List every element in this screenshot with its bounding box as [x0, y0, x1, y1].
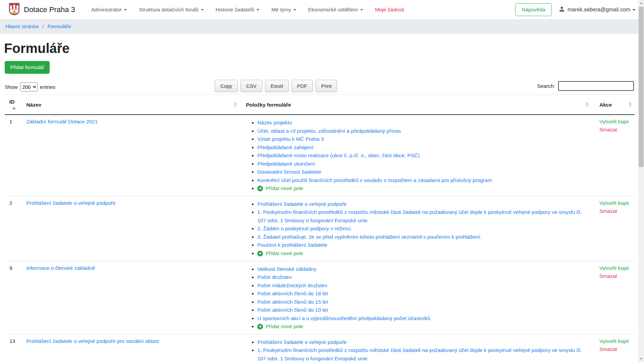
chevron-down-icon [201, 9, 204, 11]
brand[interactable]: Dotace Praha 3 [9, 3, 75, 17]
form-name-link[interactable]: Základní formulář Dotace 2021 [26, 119, 98, 124]
form-items-list: Název projektuÚčel, oblast a cíl projekt… [243, 119, 588, 193]
create-copy-link[interactable]: Vytvořit kopii [599, 338, 631, 344]
form-name-link[interactable]: Prohlášení žadatele o veřejné podpoře pr… [26, 338, 159, 344]
form-item: Vztah projektu k MČ Praha 3 [257, 135, 588, 143]
form-item-link[interactable]: Počet družstev [257, 274, 292, 280]
form-items-cell: Prohlášení žadatele o veřejné podpoře1. … [240, 334, 591, 362]
vertical-scrollbar[interactable]: ▲ ▼ [638, 0, 644, 362]
scroll-down-arrow-icon[interactable]: ▼ [638, 356, 644, 362]
form-item-link[interactable]: Velikost členské základny [257, 266, 316, 272]
copy-button[interactable]: Copy [215, 80, 238, 92]
form-row: 9Informace o členské základněVelikost čl… [5, 261, 635, 334]
form-item: Konkrétní účel použití finančních prostř… [257, 176, 588, 185]
form-items-cell: Prohlášení žadatele o veřejné podpoře1. … [240, 196, 591, 261]
add-field-item: +Přidat nové pole [257, 184, 588, 193]
form-item-link[interactable]: Název projektu [257, 120, 292, 125]
form-item-link[interactable]: Účel, oblast a cíl projektu, zdůvodnění … [257, 128, 401, 134]
plus-circle-icon: + [257, 251, 263, 256]
form-items-cell: Název projektuÚčel, oblast a cíl projekt… [240, 115, 591, 196]
page-length-control: Show 200 entries [5, 82, 55, 92]
breadcrumb-separator: / [42, 23, 44, 29]
form-item-link[interactable]: Poučení k prohlášení žadatele [257, 242, 327, 248]
form-name-link[interactable]: Informace o členské základně [26, 265, 95, 271]
form-item-link[interactable]: Počet aktivních členů do 18 let [257, 291, 328, 296]
delete-link[interactable]: Smazat [599, 346, 631, 352]
form-item: Předpokládané ukončení [257, 160, 588, 168]
form-item: Počet mládežnických družstev [257, 282, 588, 290]
create-copy-link[interactable]: Vytvořit kopii [599, 265, 631, 271]
form-item-link[interactable]: Počet mládežnických družstev [257, 283, 327, 288]
form-item-link[interactable]: 3. Žadatel prohlašuje, že se před vyplně… [257, 234, 481, 240]
form-item-link[interactable]: Dosavadní činnost žadatele [257, 169, 321, 175]
search-input[interactable] [558, 81, 634, 91]
breadcrumb-home-link[interactable]: Hlavní stránka [5, 23, 39, 29]
form-item-link[interactable]: Prohlášení žadatele o veřejné podpoře [257, 201, 346, 207]
user-menu[interactable]: marek.sebera@gmail.com [558, 6, 635, 14]
form-item-link[interactable]: Předpokládané ukončení [257, 161, 315, 167]
add-field-link[interactable]: +Přidat nové pole [257, 249, 303, 258]
menu-moje-zadosti[interactable]: Moje žádosti [375, 7, 404, 13]
navbar-right: Nápověda marek.sebera@gmail.com [515, 3, 635, 16]
chevron-down-icon [633, 9, 635, 11]
form-item: U sportovních akcí a u výjezdů/soustředě… [257, 314, 588, 323]
form-name-link[interactable]: Prohlášení žadatele o veřejné podpoře [26, 200, 115, 206]
delete-link[interactable]: Smazat [599, 208, 631, 214]
chevron-down-icon [293, 9, 296, 11]
form-item-link[interactable]: U sportovních akcí a u výjezdů/soustředě… [257, 315, 430, 321]
excel-button[interactable]: Excel [265, 80, 289, 92]
create-copy-link[interactable]: Vytvořit kopii [599, 200, 631, 206]
forms-table: ID Název Položky formuláře Akce 1Základn… [5, 95, 635, 362]
sort-ascending-icon [12, 107, 16, 109]
person-icon [558, 6, 565, 14]
entries-label: entries [40, 84, 56, 90]
add-form-button[interactable]: Přidat formulář [5, 61, 50, 74]
table-controls: Show 200 entries Copy CSV Excel PDF Prin… [5, 80, 639, 95]
chevron-down-icon [257, 9, 259, 11]
form-item-link[interactable]: Počet aktivních členů do 15 let [257, 299, 328, 305]
search-control: Search: [537, 81, 634, 91]
scrollbar-thumb[interactable] [639, 7, 644, 167]
delete-link[interactable]: Smazat [599, 127, 631, 133]
form-item-link[interactable]: 1. Poskytnutím finančních prostředků z r… [257, 209, 582, 223]
csv-button[interactable]: CSV [240, 80, 262, 92]
print-button[interactable]: Print [316, 80, 337, 92]
add-field-link[interactable]: +Přidat nové pole [257, 322, 303, 331]
header-nazev[interactable]: Název [21, 95, 240, 115]
form-item: Velikost členské základny [257, 265, 588, 274]
form-name-cell: Základní formulář Dotace 2021 [21, 115, 240, 196]
form-item-link[interactable]: Prohlášení žadatele o veřejné podpoře [257, 339, 346, 345]
form-item-link[interactable]: 2. Žádám o poskytnutí podpory v režimu: [257, 226, 352, 231]
add-field-link[interactable]: +Přidat nové pole [257, 184, 303, 193]
form-item-link[interactable]: 1. Poskytnutím finančních prostředků z r… [257, 347, 582, 361]
help-button[interactable]: Nápověda [515, 3, 552, 16]
delete-link[interactable]: Smazat [599, 273, 631, 279]
form-actions-cell: Vytvořit kopiiSmazat [591, 334, 635, 362]
form-item-link[interactable]: Počet aktivních členů do 10 let [257, 307, 328, 313]
scroll-up-arrow-icon[interactable]: ▲ [638, 0, 644, 6]
menu-administrator[interactable]: Administrátor [91, 7, 127, 13]
praha3-coat-of-arms-icon [9, 3, 20, 17]
create-copy-link[interactable]: Vytvořit kopii [599, 119, 631, 125]
form-item-link[interactable]: Předpokládané místo realizace (ulice č. … [257, 153, 420, 158]
form-item: 2. Žádám o poskytnutí podpory v režimu: [257, 225, 588, 233]
header-id[interactable]: ID [5, 95, 21, 115]
pdf-button[interactable]: PDF [291, 80, 313, 92]
chevron-down-icon [360, 9, 363, 11]
header-akce[interactable]: Akce [591, 95, 635, 115]
form-item-link[interactable]: Vztah projektu k MČ Praha 3 [257, 136, 324, 142]
page-length-select[interactable]: 200 [20, 82, 38, 92]
breadcrumb-current-link[interactable]: Formuláře [47, 23, 71, 29]
menu-me-tymy[interactable]: Mé týmy [271, 7, 296, 13]
top-navbar: Dotace Praha 3 Administrátor Struktura d… [0, 0, 644, 19]
menu-historie-zadatelu[interactable]: Historie žadatelů [216, 7, 259, 13]
search-label: Search: [537, 83, 555, 89]
form-item-link[interactable]: Konkrétní účel použití finančních prostř… [257, 177, 492, 183]
form-item: Prohlášení žadatele o veřejné podpoře [257, 338, 588, 347]
form-name-cell: Prohlášení žadatele o veřejné podpoře pr… [21, 334, 240, 362]
form-item-link[interactable]: Předpokládané zahájení [257, 144, 313, 150]
menu-struktura-fondu[interactable]: Struktura dotačních fondů [139, 7, 204, 13]
menu-ekonomicke-oddeleni[interactable]: Ekonomické oddělení [308, 7, 363, 13]
header-polozky-formulare[interactable]: Položky formuláře [240, 95, 591, 115]
export-buttons: Copy CSV Excel PDF Print [215, 80, 337, 92]
